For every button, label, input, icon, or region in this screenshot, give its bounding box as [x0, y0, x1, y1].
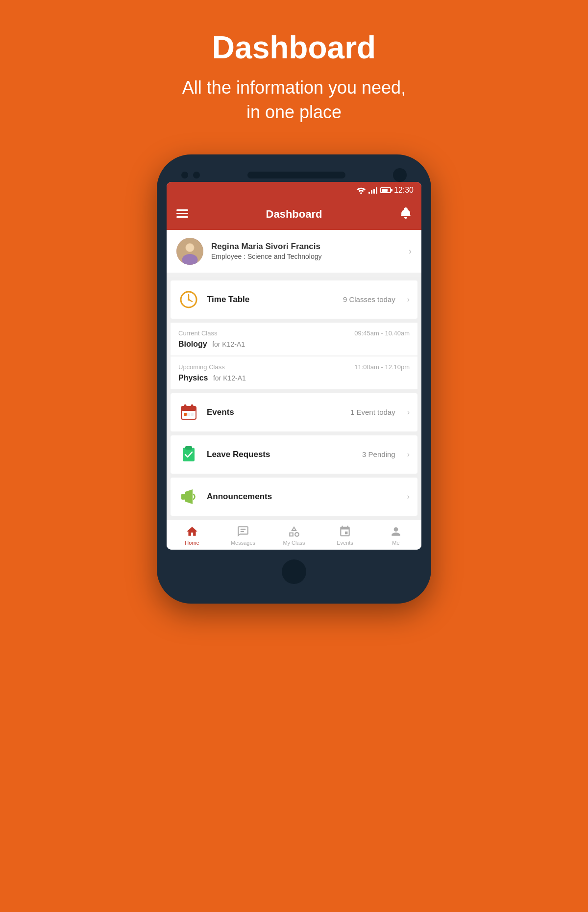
- user-info: Regina Maria Sivori Francis Employee : S…: [211, 242, 401, 260]
- my-class-icon: [288, 525, 300, 538]
- nav-events[interactable]: Events: [319, 525, 370, 546]
- clock-icon: [178, 289, 199, 310]
- timetable-chevron-icon: ›: [407, 295, 410, 304]
- user-profile-card[interactable]: Regina Maria Sivori Francis Employee : S…: [167, 230, 421, 273]
- avatar: [176, 238, 203, 265]
- page-subtitle: All the information you need, in one pla…: [10, 76, 578, 125]
- home-button[interactable]: [282, 559, 306, 584]
- svg-rect-3: [176, 216, 188, 218]
- current-class-meta: Current Class 09:45am - 10.40am: [178, 329, 410, 337]
- timetable-count: 9 Classes today: [343, 295, 395, 304]
- svg-rect-16: [191, 405, 193, 408]
- dashboard-content: Time Table 9 Classes today › Current Cla…: [167, 277, 421, 520]
- svg-rect-19: [191, 413, 194, 416]
- leave-requests-section-card[interactable]: Leave Requests 3 Pending ›: [171, 435, 417, 474]
- events-title: Events: [207, 407, 343, 417]
- nav-events-icon: [339, 525, 351, 538]
- bottom-nav: Home Messages My Class: [167, 520, 421, 550]
- svg-rect-24: [241, 529, 246, 530]
- sensor-dot: [181, 172, 188, 178]
- leave-requests-chevron-icon: ›: [407, 450, 410, 459]
- page-header: Dashboard All the information you need, …: [0, 0, 588, 145]
- status-bar: 12:30: [167, 182, 421, 199]
- svg-rect-17: [184, 413, 187, 416]
- svg-rect-2: [176, 213, 188, 214]
- upcoming-class-subject: Physics: [178, 374, 208, 382]
- timetable-section-card[interactable]: Time Table 9 Classes today ›: [171, 280, 417, 319]
- announcements-chevron-icon: ›: [407, 492, 410, 501]
- leave-requests-count: 3 Pending: [362, 450, 395, 458]
- phone-mockup: 12:30 Dashboard: [0, 154, 588, 604]
- phone-screen: 12:30 Dashboard: [167, 182, 421, 550]
- signal-icon: [368, 187, 377, 194]
- nav-home[interactable]: Home: [167, 525, 218, 546]
- current-class-subject: Biology: [178, 340, 207, 348]
- upcoming-class-group: for K12-A1: [213, 374, 246, 382]
- notification-bell-icon[interactable]: [400, 206, 412, 222]
- announcements-title: Announcements: [207, 492, 388, 502]
- current-class-card[interactable]: Current Class 09:45am - 10.40am Biology …: [171, 323, 417, 355]
- svg-point-7: [186, 244, 194, 252]
- announcements-section-card[interactable]: Announcements ›: [171, 478, 417, 516]
- user-role: Employee : Science and Technology: [211, 253, 401, 260]
- clipboard-checkmark-icon: [178, 444, 199, 465]
- svg-rect-25: [241, 531, 245, 532]
- nav-messages[interactable]: Messages: [218, 525, 269, 546]
- current-class-subject-row: Biology for K12-A1: [178, 340, 410, 349]
- phone-top-sensors: [167, 164, 421, 182]
- nav-my-class-label: My Class: [283, 540, 305, 546]
- battery-icon: [380, 187, 391, 193]
- events-chevron-icon: ›: [407, 408, 410, 417]
- sensor-dot-2: [193, 172, 200, 178]
- svg-rect-21: [185, 446, 192, 450]
- nav-me[interactable]: Me: [370, 525, 421, 546]
- current-class-time: 09:45am - 10.40am: [354, 329, 410, 337]
- current-class-label: Current Class: [178, 329, 217, 337]
- upcoming-class-label: Upcoming Class: [178, 363, 225, 371]
- svg-point-0: [360, 192, 362, 194]
- svg-rect-1: [176, 209, 188, 211]
- upcoming-class-meta: Upcoming Class 11:00am - 12.10pm: [178, 363, 410, 371]
- status-icons: 12:30: [357, 186, 414, 195]
- nav-messages-label: Messages: [231, 540, 255, 546]
- nav-home-label: Home: [185, 540, 199, 546]
- svg-rect-22: [181, 494, 185, 500]
- upcoming-class-time: 11:00am - 12.10pm: [354, 363, 410, 371]
- phone-bottom: [167, 550, 421, 594]
- nav-my-class[interactable]: My Class: [269, 525, 319, 546]
- svg-rect-20: [183, 448, 195, 461]
- upcoming-class-subject-row: Physics for K12-A1: [178, 374, 410, 382]
- phone-outer: 12:30 Dashboard: [157, 154, 431, 604]
- svg-rect-18: [187, 413, 190, 416]
- timetable-title: Time Table: [207, 295, 335, 304]
- app-bar: Dashboard: [167, 199, 421, 230]
- status-time: 12:30: [394, 186, 414, 195]
- front-camera: [393, 168, 407, 182]
- phone-speaker: [247, 172, 345, 178]
- announcements-icon: [178, 486, 199, 507]
- me-icon: [390, 525, 402, 538]
- calendar-icon: [178, 402, 199, 423]
- messages-icon: [237, 525, 249, 538]
- leave-requests-title: Leave Requests: [207, 450, 354, 459]
- class-cards: Current Class 09:45am - 10.40am Biology …: [171, 323, 417, 389]
- user-name: Regina Maria Sivori Francis: [211, 242, 401, 252]
- nav-me-label: Me: [392, 540, 399, 546]
- svg-marker-23: [185, 489, 193, 504]
- hamburger-menu[interactable]: [176, 207, 188, 221]
- current-class-group: for K12-A1: [212, 340, 245, 348]
- nav-events-label: Events: [337, 540, 353, 546]
- events-section-card[interactable]: Events 1 Event today ›: [171, 393, 417, 431]
- home-icon: [186, 525, 198, 538]
- page-title: Dashboard: [10, 29, 578, 66]
- svg-point-12: [188, 299, 190, 301]
- user-card-chevron-icon: ›: [409, 246, 412, 256]
- events-count: 1 Event today: [350, 408, 395, 416]
- wifi-icon: [357, 187, 366, 194]
- app-bar-title: Dashboard: [266, 208, 322, 221]
- svg-rect-14: [181, 406, 196, 411]
- sensor-dots: [181, 172, 200, 178]
- upcoming-class-card[interactable]: Upcoming Class 11:00am - 12.10pm Physics…: [171, 356, 417, 389]
- svg-rect-15: [184, 405, 186, 408]
